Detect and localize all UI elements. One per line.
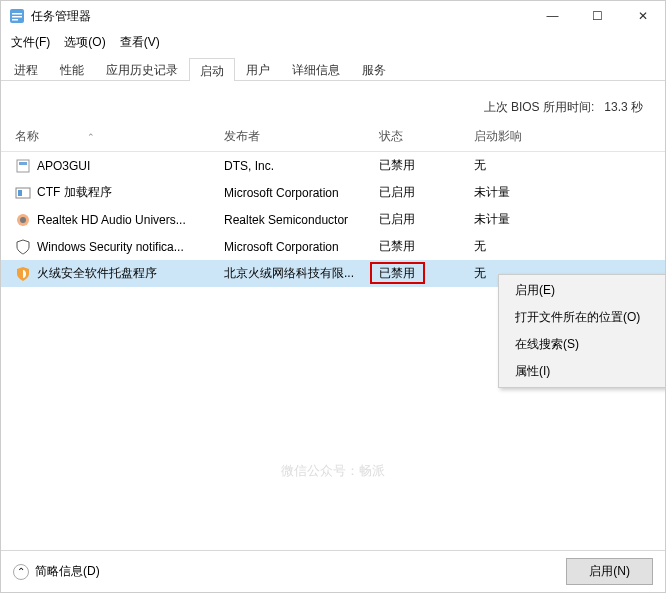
menu-options[interactable]: 选项(O) [58, 32, 111, 53]
context-menu: 启用(E) 打开文件所在的位置(O) 在线搜索(S) 属性(I) [498, 274, 665, 388]
window-controls: — ☐ ✕ [530, 1, 665, 31]
row-publisher: Microsoft Corporation [224, 240, 379, 254]
menu-view[interactable]: 查看(V) [114, 32, 166, 53]
header-name-label: 名称 [15, 128, 39, 145]
app-item-icon [15, 185, 31, 201]
maximize-button[interactable]: ☐ [575, 1, 620, 31]
ctx-search-online[interactable]: 在线搜索(S) [501, 331, 665, 358]
table-row[interactable]: Windows Security notifica... Microsoft C… [1, 233, 665, 260]
footer: ⌃ 简略信息(D) 启用(N) [1, 550, 665, 592]
row-status: 已禁用 [379, 157, 474, 174]
row-impact: 无 [474, 238, 665, 255]
startup-list: APO3GUI DTS, Inc. 已禁用 无 CTF 加载程序 Microso… [1, 152, 665, 550]
tab-bar: 进程 性能 应用历史记录 启动 用户 详细信息 服务 [1, 53, 665, 81]
fewer-details-link[interactable]: ⌃ 简略信息(D) [13, 563, 100, 580]
shield-icon [15, 239, 31, 255]
bios-value: 13.3 秒 [604, 100, 643, 114]
row-publisher: 北京火绒网络科技有限... [224, 265, 379, 282]
svg-rect-3 [12, 19, 18, 21]
app-item-icon [15, 212, 31, 228]
tab-performance[interactable]: 性能 [49, 57, 95, 80]
ctx-open-location[interactable]: 打开文件所在的位置(O) [501, 304, 665, 331]
details-label: 简略信息(D) [35, 563, 100, 580]
watermark: 微信公众号：畅派 [281, 462, 385, 480]
tab-services[interactable]: 服务 [351, 57, 397, 80]
row-name: 火绒安全软件托盘程序 [37, 265, 157, 282]
bios-label: 上次 BIOS 所用时间: [484, 100, 595, 114]
table-row[interactable]: CTF 加载程序 Microsoft Corporation 已启用 未计量 [1, 179, 665, 206]
tab-startup[interactable]: 启动 [189, 58, 235, 81]
app-item-icon [15, 158, 31, 174]
menu-file[interactable]: 文件(F) [5, 32, 56, 53]
tab-users[interactable]: 用户 [235, 57, 281, 80]
app-icon [9, 8, 25, 24]
header-impact[interactable]: 启动影响 [474, 128, 665, 145]
header-status[interactable]: 状态 [379, 128, 474, 145]
header-name[interactable]: 名称 ⌃ [9, 128, 224, 145]
ctx-properties[interactable]: 属性(I) [501, 358, 665, 385]
header-publisher[interactable]: 发布者 [224, 128, 379, 145]
chevron-up-icon: ⌃ [13, 564, 29, 580]
title-bar: 任务管理器 — ☐ ✕ [1, 1, 665, 31]
svg-rect-1 [12, 13, 22, 15]
row-impact: 未计量 [474, 211, 665, 228]
table-row[interactable]: Realtek HD Audio Univers... Realtek Semi… [1, 206, 665, 233]
row-publisher: Realtek Semiconductor [224, 213, 379, 227]
table-row[interactable]: APO3GUI DTS, Inc. 已禁用 无 [1, 152, 665, 179]
enable-button[interactable]: 启用(N) [566, 558, 653, 585]
column-headers: 名称 ⌃ 发布者 状态 启动影响 [1, 122, 665, 152]
svg-point-8 [20, 217, 26, 223]
row-publisher: DTS, Inc. [224, 159, 379, 173]
close-button[interactable]: ✕ [620, 1, 665, 31]
row-publisher: Microsoft Corporation [224, 186, 379, 200]
row-status: 已启用 [379, 184, 474, 201]
svg-rect-5 [19, 162, 27, 165]
tab-details[interactable]: 详细信息 [281, 57, 351, 80]
menu-bar: 文件(F) 选项(O) 查看(V) [1, 31, 665, 53]
row-name: Windows Security notifica... [37, 240, 184, 254]
svg-rect-2 [12, 16, 22, 18]
svg-rect-4 [17, 160, 29, 172]
app-item-icon [15, 266, 31, 282]
row-status: 已禁用 [379, 265, 474, 282]
row-name: APO3GUI [37, 159, 90, 173]
row-name: Realtek HD Audio Univers... [37, 213, 186, 227]
ctx-enable[interactable]: 启用(E) [501, 277, 665, 304]
row-status: 已启用 [379, 211, 474, 228]
minimize-button[interactable]: — [530, 1, 575, 31]
tab-processes[interactable]: 进程 [3, 57, 49, 80]
row-name: CTF 加载程序 [37, 184, 112, 201]
row-impact: 未计量 [474, 184, 665, 201]
tab-history[interactable]: 应用历史记录 [95, 57, 189, 80]
window-title: 任务管理器 [31, 8, 530, 25]
bios-time: 上次 BIOS 所用时间: 13.3 秒 [1, 81, 665, 122]
row-status: 已禁用 [379, 238, 474, 255]
row-impact: 无 [474, 157, 665, 174]
sort-indicator-icon: ⌃ [87, 132, 95, 142]
